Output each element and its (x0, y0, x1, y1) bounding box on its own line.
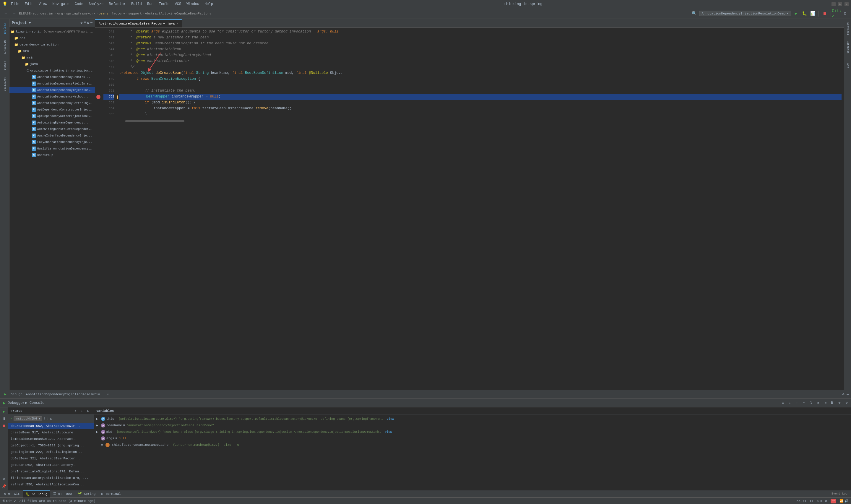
expand-this-icon[interactable]: ▶ (96, 417, 100, 421)
breadcrumb-part-7[interactable]: AbstractAutowireCapableBeanFactory (145, 12, 211, 15)
frame-item-5[interactable]: doGetBean:321, AbstractBeanFactor... (8, 455, 94, 462)
frames-nav-up[interactable]: ↑ (43, 417, 46, 421)
tree-item-class-3-selected[interactable]: C AnnotationDependencyInjection... (10, 87, 95, 93)
horizontal-scrollbar[interactable] (120, 120, 841, 122)
frames-filter-button[interactable]: ⊟ (85, 408, 91, 414)
project-settings-btn[interactable]: ⚙ (87, 21, 89, 25)
frames-up-button[interactable]: ↑ (72, 408, 78, 414)
frames-down-button[interactable]: ↓ (79, 408, 85, 414)
expand-mbd-icon[interactable]: ▶ (96, 430, 100, 434)
thread-dropdown[interactable]: mai...NNING ▾ (14, 416, 42, 421)
breadcrumb-part-4[interactable]: beans (99, 12, 108, 15)
step-over-btn[interactable]: ↷ (801, 400, 807, 406)
tree-item-class-10[interactable]: C AwareInterfaceDependencyInje... (10, 132, 95, 139)
drop-frame-button[interactable]: ↺ (815, 400, 821, 406)
tree-item-package[interactable]: ⬡ org.xiaoge.thinking.in.spring.ioc.dep.… (10, 67, 95, 74)
debug-session-tab[interactable]: AnnotationDependencyInjectionResolutio..… (25, 393, 110, 396)
frame-item-2[interactable]: lambda$doGetBean$0:323, Abstract... (8, 436, 94, 442)
breakpoints-button[interactable]: ⊙ (836, 400, 843, 406)
tree-item-class-1[interactable]: C AnnotationDependencyConstru... (10, 74, 95, 80)
frame-item-4[interactable]: getSingleton:222, DefaultSingleton... (8, 449, 94, 455)
tree-item-class-2[interactable]: C AnnotationDependencyFieldInje... (10, 80, 95, 87)
menu-refactor[interactable]: Refactor (107, 1, 128, 7)
frames-filter[interactable]: ⊟ (50, 417, 52, 421)
forward-button[interactable]: → (11, 10, 18, 17)
menu-analyze[interactable]: Analyze (87, 1, 105, 7)
menu-vcs[interactable]: VCS (173, 1, 183, 7)
menu-view[interactable]: View (37, 1, 49, 7)
resume-debug-button[interactable]: ▶ (2, 392, 8, 397)
vcs-button[interactable]: Git: ✓ (833, 10, 840, 17)
menu-run[interactable]: Run (145, 1, 156, 7)
event-log-link[interactable]: Event Log (829, 492, 850, 496)
step-into-button[interactable]: ↓ (786, 400, 793, 406)
breadcrumb-part-1[interactable]: ELEASE-sources.jar (19, 12, 54, 15)
stop-debug-button[interactable]: ⏹ (1, 423, 7, 429)
todo-tab[interactable]: ☰ 6: TODO (50, 490, 75, 498)
menu-window[interactable]: Window (185, 1, 201, 7)
debugger-tab[interactable]: Debugger (8, 401, 25, 405)
editor-tab-main[interactable]: AbstractAutowireCapableBeanFactory.java … (95, 19, 182, 28)
project-scope-btn[interactable]: ⊕ (80, 21, 83, 25)
settings-debug-btn[interactable]: ⚙ (1, 476, 7, 482)
tree-item-class-4[interactable]: C AnnotationDependencyMethod... (10, 93, 95, 100)
debug-session-close[interactable]: ✕ (107, 393, 109, 396)
sidebar-favorites-icon[interactable]: Favorites (1, 75, 9, 93)
view-mbd-link[interactable]: View (385, 430, 392, 434)
console-tab[interactable]: ▶ Console (25, 401, 44, 405)
project-hide-btn[interactable]: — (90, 21, 92, 25)
project-expand-btn[interactable]: ≡ (84, 21, 86, 25)
pin-debug-btn[interactable]: 📌 (1, 483, 7, 489)
debug-hide-btn[interactable]: — (847, 393, 849, 396)
sidebar-structure-icon[interactable]: Structure (1, 38, 9, 56)
view-this-link[interactable]: View (387, 417, 394, 421)
expand-beanname-icon[interactable]: ▶ (96, 424, 100, 427)
breadcrumb-part-2[interactable]: org (57, 12, 63, 15)
frame-item-0[interactable]: doCreateBean:552, AbstractAutowir... (8, 423, 94, 429)
tree-item-main[interactable]: 📁 main (10, 54, 95, 61)
resttool-panel-icon[interactable]: RestTool (845, 20, 851, 38)
mute-breakpoints-button[interactable]: ⊘ (843, 400, 850, 406)
tree-item-class-7[interactable]: C ApiDependencySetterInjectionD... (10, 113, 95, 119)
frame-item-1[interactable]: createBean:517, AbstractAutowire... (8, 429, 94, 436)
step-out-button[interactable]: ↑ (794, 400, 800, 406)
frame-item-9[interactable]: refresh:550, AbstractApplicationCon... (8, 481, 94, 488)
back-button[interactable]: ← (2, 10, 10, 17)
tree-item-class-8[interactable]: C AutowiringByNameDependency... (10, 119, 95, 126)
tree-item-class-11[interactable]: C LazyAnnotationDependencyInje... (10, 139, 95, 145)
close-button[interactable]: ✕ (845, 2, 849, 6)
resume-button[interactable]: ▶ (1, 409, 7, 414)
menu-tools[interactable]: Tools (157, 1, 171, 7)
pause-button[interactable]: ⏸ (1, 416, 7, 421)
frame-item-6[interactable]: getBean:202, AbstractBeanFactory... (8, 462, 94, 468)
tree-item-src[interactable]: 📁 src (10, 48, 95, 54)
tree-item-dea[interactable]: 📁 dea (10, 35, 95, 41)
minimize-button[interactable]: — (832, 2, 836, 6)
tree-item-class-12[interactable]: C QualifierAnnotationDependency... (10, 145, 95, 152)
ant-panel-icon[interactable]: Ant (845, 57, 851, 74)
menu-code[interactable]: Code (73, 1, 85, 7)
frame-item-3[interactable]: getObject:-1, 758348212 (org.spring... (8, 442, 94, 449)
step-icon[interactable]: ≡ (779, 400, 786, 406)
breadcrumb-part-5[interactable]: factory (111, 12, 125, 15)
git-status[interactable]: ⑨ Git ✓ (2, 499, 16, 503)
menu-edit[interactable]: Edit (23, 1, 35, 7)
menu-navigate[interactable]: Navigate (51, 1, 71, 7)
settings-button[interactable]: ⚙ (841, 10, 849, 17)
frames-nav-down[interactable]: ↓ (47, 417, 49, 421)
tree-item-project-root[interactable]: 📁 king-in-spring D:\workspace\极客学习\sprin… (10, 29, 95, 35)
spring-tab[interactable]: 🌱 Spring (75, 490, 98, 498)
code-editor[interactable]: 541 542 543 544 545 546 547 548 549 550 … (95, 28, 844, 390)
tree-item-java[interactable]: 📁 java (10, 61, 95, 67)
coverage-button[interactable]: 📊 (809, 10, 816, 17)
run-configuration-dropdown[interactable]: AnnotationDependencyInjectionResolutionD… (699, 11, 791, 16)
menu-build[interactable]: Build (129, 1, 144, 7)
frame-item-7[interactable]: preInstantiateSingletons:879, Defau... (8, 468, 94, 475)
tree-item-dependency-injection[interactable]: 📁 dependency-injection (10, 41, 95, 48)
run-to-cursor-button[interactable]: ⇥ (822, 400, 829, 406)
breadcrumb-part-3[interactable]: springframework (66, 12, 95, 15)
search-everywhere-button[interactable]: 🔍 (691, 10, 698, 17)
debug-button[interactable]: 🐛 (801, 10, 808, 17)
menu-help[interactable]: Help (203, 1, 215, 7)
tree-item-class-9[interactable]: C AutowiringConstructorDepender... (10, 126, 95, 132)
